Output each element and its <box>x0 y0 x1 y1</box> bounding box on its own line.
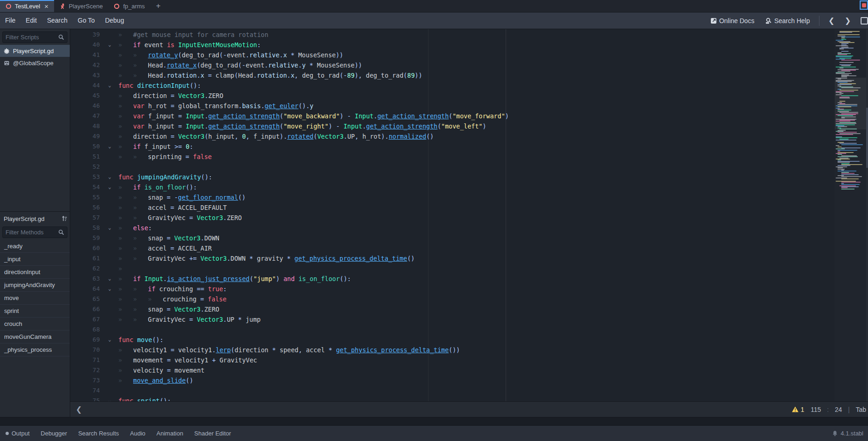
fold-arrow-icon[interactable]: ⌄ <box>106 182 118 192</box>
menu-file[interactable]: File <box>0 12 21 29</box>
script-item--globalscope[interactable]: @GlobalScope <box>0 57 70 69</box>
code-line-46[interactable]: 46»var h_rot = global_transform.basis.ge… <box>70 101 831 111</box>
tab-marker: » <box>118 263 133 274</box>
method-item-crouch[interactable]: crouch <box>0 318 70 331</box>
menu-search[interactable]: Search <box>42 12 73 29</box>
line-number: 55 <box>70 192 106 202</box>
menu-edit[interactable]: Edit <box>21 12 42 29</box>
code-text: »»accel = ACCEL_DEFAULT <box>118 202 831 213</box>
sort-methods-icon[interactable] <box>61 215 68 222</box>
code-line-52[interactable]: 52 <box>70 162 831 172</box>
minimap[interactable] <box>835 29 866 401</box>
search-help-button[interactable]: Search Help <box>761 17 814 24</box>
code-line-72[interactable]: 72»velocity = movement <box>70 365 831 375</box>
fold-arrow-icon[interactable]: ⌄ <box>106 274 118 284</box>
code-line-43[interactable]: 43»»Head.rotation.x = clamp(Head.rotatio… <box>70 70 831 80</box>
code-line-41[interactable]: 41»»rotate_y(deg_to_rad(-event.relative.… <box>70 50 831 60</box>
code-line-47[interactable]: 47»var f_input = Input.get_action_streng… <box>70 111 831 121</box>
minimap-line <box>837 106 851 107</box>
code-text: » <box>118 263 831 274</box>
filter-methods-input[interactable] <box>6 229 58 236</box>
code-line-44[interactable]: 44⌄func directionInput(): <box>70 80 831 91</box>
code-line-49[interactable]: 49»direction = Vector3(h_input, 0, f_inp… <box>70 131 831 141</box>
vertical-scrollbar[interactable] <box>866 29 868 401</box>
code-line-39[interactable]: 39»#get mouse input for camera rotation <box>70 30 831 40</box>
fold-arrow-icon[interactable]: ⌄ <box>106 223 118 233</box>
code-line-42[interactable]: 42»»Head.rotate_x(deg_to_rad(-event.rela… <box>70 60 831 70</box>
bottom-panel-search-results[interactable]: Search Results <box>73 430 124 437</box>
code-line-51[interactable]: 51»»sprinting = false <box>70 152 831 162</box>
method-item-ready[interactable]: _ready <box>0 240 70 253</box>
history-forward-button[interactable]: ❯ <box>841 16 855 25</box>
bottom-panel-animation[interactable]: Animation <box>151 430 189 437</box>
fold-arrow-icon[interactable]: ⌄ <box>106 396 118 401</box>
warnings-indicator[interactable]: 1 <box>792 406 804 413</box>
code-line-63[interactable]: 63⌄»if Input.is_action_just_pressed("jum… <box>70 274 831 284</box>
method-item-input[interactable]: _input <box>0 253 70 266</box>
bottom-panel-debugger[interactable]: Debugger <box>35 430 73 437</box>
close-tab-icon[interactable]: × <box>44 3 49 10</box>
code-line-65[interactable]: 65»»»crouching = false <box>70 294 831 304</box>
code-line-70[interactable]: 70»velocity1 = velocity1.lerp(direction … <box>70 345 831 355</box>
code-line-55[interactable]: 55»»snap = -get_floor_normal() <box>70 192 831 202</box>
fold-gutter <box>106 263 118 274</box>
code-line-71[interactable]: 71»movement = velocity1 + GravityVec <box>70 355 831 365</box>
code-line-53[interactable]: 53⌄func jumpingAndGravity(): <box>70 172 831 182</box>
bell-icon[interactable] <box>832 430 838 436</box>
method-item-moveguncamera[interactable]: moveGunCamera <box>0 331 70 343</box>
menu-go-to[interactable]: Go To <box>73 12 100 29</box>
code-line-66[interactable]: 66»»snap = Vector3.ZERO <box>70 304 831 314</box>
code-line-69[interactable]: 69⌄func move(): <box>70 335 831 345</box>
history-back-button[interactable]: ❮ <box>824 16 838 25</box>
code-line-50[interactable]: 50⌄»if f_input >= 0: <box>70 141 831 152</box>
minimap-line <box>836 134 853 135</box>
code-line-57[interactable]: 57»»GravityVec = Vector3.ZERO <box>70 213 831 223</box>
fold-arrow-icon[interactable]: ⌄ <box>106 80 118 91</box>
code-line-54[interactable]: 54⌄»if is_on_floor(): <box>70 182 831 192</box>
tab-marker: » <box>118 91 133 101</box>
fold-arrow-icon[interactable]: ⌄ <box>106 284 118 294</box>
code-line-73[interactable]: 73»move_and_slide() <box>70 375 831 386</box>
code-line-61[interactable]: 61»»GravityVec += Vector3.DOWN * gravity… <box>70 253 831 263</box>
method-item-physics_process[interactable]: _physics_process <box>0 343 70 356</box>
bottom-panel-shader-editor[interactable]: Shader Editor <box>189 430 237 437</box>
code-line-75[interactable]: 75⌄func sprint(): <box>70 396 831 401</box>
fold-arrow-icon[interactable]: ⌄ <box>106 335 118 345</box>
fold-arrow-icon[interactable]: ⌄ <box>106 40 118 50</box>
code-line-74[interactable]: 74 <box>70 386 831 396</box>
method-item-sprint[interactable]: sprint <box>0 305 70 318</box>
line-number: 46 <box>70 101 106 111</box>
code-line-40[interactable]: 40⌄»if event is InputEventMouseMotion: <box>70 40 831 50</box>
menu-debug[interactable]: Debug <box>100 12 129 29</box>
code-line-67[interactable]: 67»»GravityVec = Vector3.UP * jump <box>70 314 831 325</box>
scene-tab-fp_arms[interactable]: fp_arms <box>108 0 150 12</box>
method-item-directioninput[interactable]: directionInput <box>0 266 70 279</box>
scene-tab-playerscene[interactable]: PlayerScene <box>54 0 109 12</box>
distraction-free-icon[interactable] <box>861 17 868 24</box>
code-line-64[interactable]: 64⌄»»if crouching == true: <box>70 284 831 294</box>
fold-arrow-icon[interactable]: ⌄ <box>106 141 118 152</box>
add-scene-tab-button[interactable]: + <box>150 0 166 12</box>
code-line-56[interactable]: 56»»accel = ACCEL_DEFAULT <box>70 202 831 213</box>
fold-arrow-icon[interactable]: ⌄ <box>106 172 118 182</box>
script-item-playerscript-gd[interactable]: PlayerScript.gd <box>0 45 70 57</box>
code-line-62[interactable]: 62» <box>70 263 831 274</box>
code-line-59[interactable]: 59»»snap = Vector3.DOWN <box>70 233 831 243</box>
code-line-48[interactable]: 48»var h_input = Input.get_action_streng… <box>70 121 831 131</box>
code-line-45[interactable]: 45»direction = Vector3.ZERO <box>70 91 831 101</box>
method-item-move[interactable]: move <box>0 292 70 305</box>
filter-scripts-input[interactable] <box>6 34 58 41</box>
indent-mode[interactable]: Tab <box>856 406 866 413</box>
scene-tab-testlevel[interactable]: TestLevel× <box>0 0 54 12</box>
scene-tab-label: PlayerScene <box>69 3 103 10</box>
code-editor[interactable]: 39»#get mouse input for camera rotation4… <box>70 29 868 401</box>
bottom-panel-output[interactable]: Output <box>5 430 35 437</box>
online-docs-button[interactable]: Online Docs <box>706 17 759 24</box>
code-line-60[interactable]: 60»»accel = ACCEL_AIR <box>70 243 831 253</box>
method-item-jumpingandgravity[interactable]: jumpingAndGravity <box>0 279 70 292</box>
code-line-58[interactable]: 58⌄»else: <box>70 223 831 233</box>
code-line-68[interactable]: 68 <box>70 325 831 335</box>
code-text <box>118 386 831 396</box>
bottom-panel-audio[interactable]: Audio <box>124 430 151 437</box>
collapse-scripts-panel-button[interactable]: ❮ <box>73 405 85 414</box>
